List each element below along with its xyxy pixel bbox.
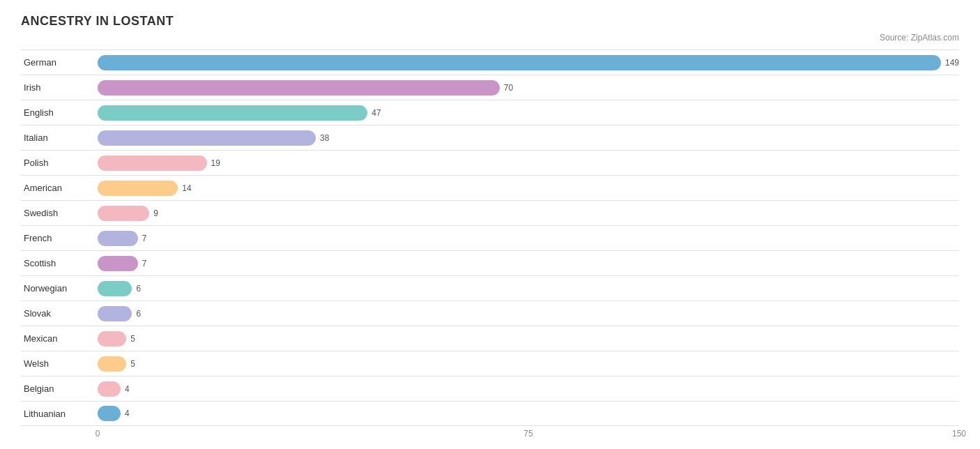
bar	[98, 306, 132, 321]
bar-container: 4	[98, 380, 959, 398]
bar-value-label: 7	[142, 259, 147, 268]
bar	[98, 130, 316, 146]
bar-row: Welsh5	[21, 351, 959, 376]
bar-label: German	[21, 57, 98, 68]
bar	[98, 331, 126, 347]
bar-container: 19	[98, 154, 959, 172]
bar-label: French	[21, 233, 98, 243]
bar-row: Norwegian6	[21, 275, 959, 300]
bar	[98, 55, 941, 70]
bar-value-label: 38	[320, 133, 329, 143]
bar-row: American14	[21, 175, 959, 200]
bar-container: 14	[98, 179, 959, 197]
bar-label: Scottish	[21, 258, 98, 268]
x-axis: 075150	[21, 429, 959, 443]
bar-label: Slovak	[21, 308, 98, 319]
bar-container: 7	[98, 254, 959, 273]
bar-value-label: 149	[945, 58, 959, 68]
bar-row: Irish70	[21, 75, 959, 100]
bar-container: 47	[98, 104, 959, 122]
bar-container: 149	[98, 54, 959, 72]
chart-title: ANCESTRY IN LOSTANT	[21, 14, 959, 29]
bar-label: Lithuanian	[21, 409, 98, 419]
bar	[98, 206, 149, 221]
bar-row: Polish19	[21, 150, 959, 175]
bar	[98, 105, 367, 121]
bar	[98, 181, 178, 196]
bar	[98, 381, 121, 397]
bar-label: English	[21, 107, 98, 118]
bar-row: German149	[21, 50, 959, 75]
bar	[98, 80, 500, 96]
bar-value-label: 9	[153, 208, 158, 218]
bar-container: 7	[98, 229, 959, 248]
bar-label: Welsh	[21, 358, 98, 369]
bar-label: Irish	[21, 82, 98, 93]
bar-row: Italian38	[21, 125, 959, 150]
bar-container: 70	[98, 79, 959, 97]
x-axis-label: 0	[95, 429, 100, 439]
bar-container: 5	[98, 355, 959, 373]
bar-row: Lithuanian4	[21, 401, 959, 426]
bar-row: French7	[21, 225, 959, 250]
bar	[98, 356, 126, 372]
bar-container: 38	[98, 129, 959, 147]
bar	[98, 281, 132, 296]
bar-value-label: 6	[136, 309, 141, 319]
bar-row: Mexican5	[21, 326, 959, 351]
bar	[98, 406, 121, 421]
bar-value-label: 47	[372, 108, 381, 118]
bar-label: Mexican	[21, 333, 98, 344]
bar-label: Italian	[21, 132, 98, 143]
bar-row: English47	[21, 100, 959, 125]
x-axis-label: 150	[952, 429, 966, 439]
bar-container: 5	[98, 330, 959, 348]
bar-row: Swedish9	[21, 200, 959, 225]
bar	[98, 231, 138, 246]
bar-value-label: 19	[211, 158, 220, 168]
bar-container: 6	[98, 280, 959, 298]
bar-row: Scottish7	[21, 250, 959, 275]
chart-area: German149Irish70English47Italian38Polish…	[21, 50, 959, 426]
bar-value-label: 14	[182, 183, 191, 193]
bar-container: 4	[98, 404, 959, 423]
bar-label: Polish	[21, 158, 98, 168]
bar-value-label: 5	[130, 359, 135, 369]
bar-label: American	[21, 183, 98, 193]
bar-value-label: 6	[136, 284, 141, 294]
bar-container: 9	[98, 204, 959, 222]
bar-label: Swedish	[21, 208, 98, 218]
bar-container: 6	[98, 305, 959, 323]
source-label: Source: ZipAtlas.com	[21, 33, 959, 43]
x-axis-label: 75	[523, 429, 533, 439]
bar-value-label: 4	[125, 384, 130, 394]
bar-label: Belgian	[21, 383, 98, 394]
bar	[98, 155, 207, 171]
bar-value-label: 4	[125, 409, 130, 418]
bar-row: Belgian4	[21, 376, 959, 401]
bar	[98, 256, 138, 271]
bar-value-label: 7	[142, 234, 147, 243]
bar-value-label: 70	[504, 83, 513, 93]
bar-value-label: 5	[130, 334, 135, 344]
bar-row: Slovak6	[21, 300, 959, 326]
bar-label: Norwegian	[21, 283, 98, 294]
